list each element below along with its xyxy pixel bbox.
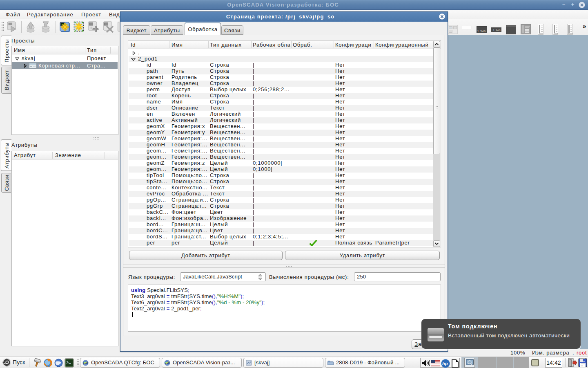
svg-text:hp: hp	[442, 361, 448, 366]
